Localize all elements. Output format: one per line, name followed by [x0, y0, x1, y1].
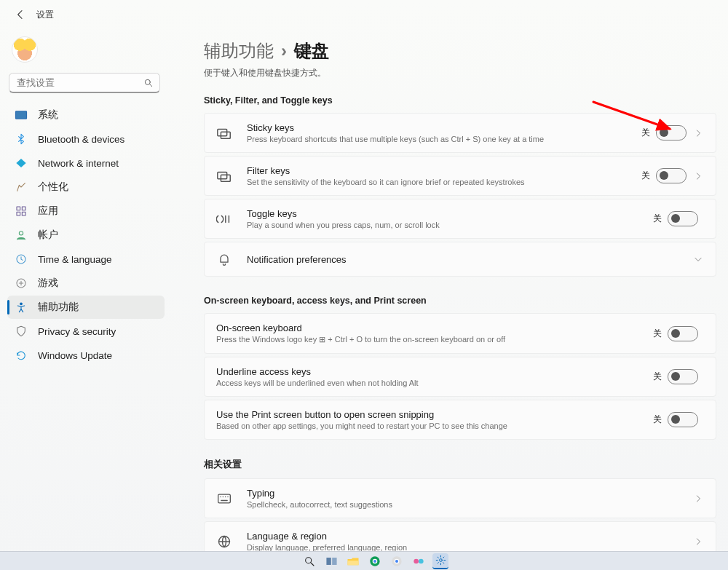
sidebar-item-apps[interactable]: 应用 — [7, 199, 165, 223]
privacy-icon — [15, 325, 28, 338]
card-typing[interactable]: Typing Spellcheck, autocorrect, text sug… — [204, 478, 716, 518]
sidebar-item-bluetooth[interactable]: Bluetooth & devices — [7, 127, 165, 151]
sidebar-item-network[interactable]: Network & internet — [7, 151, 165, 175]
svg-point-34 — [439, 559, 442, 562]
sticky-icon — [216, 125, 232, 141]
apps-icon — [15, 205, 28, 218]
svg-rect-12 — [218, 172, 227, 178]
svg-rect-5 — [22, 212, 25, 215]
svg-rect-10 — [218, 129, 227, 135]
taskbar-explorer[interactable] — [345, 554, 361, 569]
globe-icon — [216, 534, 232, 550]
section-header-related: 相关设置 — [204, 459, 716, 471]
svg-rect-13 — [221, 175, 230, 181]
section-header-onscreen: On-screen keyboard, access keys, and Pri… — [204, 296, 716, 306]
card-underline-access-keys[interactable]: Underline access keys Access keys will b… — [204, 357, 716, 397]
system-icon — [15, 108, 28, 122]
filter-icon — [216, 168, 232, 184]
section-header-keys: Sticky, Filter, and Toggle keys — [204, 95, 716, 106]
taskbar-taskview[interactable] — [323, 554, 339, 569]
svg-rect-25 — [348, 561, 359, 565]
card-print-screen[interactable]: Use the Print screen button to open scre… — [204, 400, 716, 440]
chevron-right-icon — [692, 172, 704, 181]
togglekeys-toggle[interactable] — [668, 211, 698, 226]
card-toggle-keys[interactable]: Toggle keys Play a sound when you press … — [204, 199, 716, 239]
update-icon — [15, 349, 28, 362]
network-icon — [15, 157, 28, 170]
svg-rect-14 — [218, 494, 231, 503]
svg-rect-20 — [282, 561, 287, 566]
svg-point-6 — [19, 231, 23, 235]
svg-point-33 — [419, 558, 424, 563]
avatar[interactable] — [12, 36, 38, 63]
breadcrumb-parent[interactable]: 辅助功能 — [204, 39, 274, 63]
card-notification-prefs[interactable]: Notification preferences — [204, 242, 716, 277]
printscr-toggle[interactable] — [668, 412, 698, 427]
taskbar-app1[interactable] — [411, 554, 427, 569]
card-onscreen-keyboard[interactable]: On-screen keyboard Press the Windows log… — [204, 313, 716, 354]
svg-point-31 — [395, 560, 398, 563]
card-language-region[interactable]: Language & region Display language, pref… — [204, 521, 716, 552]
bluetooth-icon — [15, 132, 28, 146]
svg-rect-19 — [288, 555, 293, 560]
svg-point-32 — [414, 558, 419, 563]
personalize-icon — [15, 181, 28, 194]
svg-rect-23 — [326, 558, 331, 565]
accessibility-icon — [15, 301, 28, 314]
breadcrumb: 辅助功能 › 键盘 — [204, 39, 716, 63]
svg-point-28 — [373, 560, 376, 563]
toggle-icon — [216, 211, 232, 227]
breadcrumb-current: 键盘 — [294, 39, 329, 63]
chevron-down-icon — [692, 255, 704, 264]
time-icon — [15, 253, 28, 266]
sidebar-item-account[interactable]: 帐户 — [7, 223, 165, 247]
taskbar-search[interactable] — [301, 554, 317, 569]
underline-toggle[interactable] — [668, 369, 698, 384]
svg-rect-24 — [332, 558, 336, 565]
sidebar-item-time[interactable]: Time & language — [7, 248, 165, 271]
card-filter-keys[interactable]: Filter keys Set the sensitivity of the k… — [204, 156, 716, 196]
svg-rect-3 — [22, 207, 25, 210]
svg-rect-1 — [16, 111, 27, 119]
sidebar-item-gaming[interactable]: 游戏 — [7, 272, 165, 295]
start-button[interactable] — [280, 554, 296, 569]
chevron-right-icon — [692, 537, 704, 546]
search-icon — [143, 78, 154, 88]
back-button[interactable] — [9, 3, 32, 26]
card-sticky-keys[interactable]: Sticky keys Press keyboard shortcuts tha… — [204, 113, 716, 153]
sidebar-item-update[interactable]: Windows Update — [7, 344, 165, 367]
taskbar-browser2[interactable] — [389, 554, 405, 569]
window-title: 设置 — [36, 9, 54, 21]
sidebar-item-personalize[interactable]: 个性化 — [7, 175, 165, 199]
onscreen-toggle[interactable] — [668, 326, 698, 341]
sidebar-item-privacy[interactable]: Privacy & security — [7, 320, 165, 343]
sidebar-item-system[interactable]: 系统 — [7, 103, 165, 127]
svg-rect-2 — [17, 207, 20, 210]
chevron-right-icon: › — [281, 41, 287, 61]
taskbar — [0, 551, 728, 570]
taskbar-settings[interactable] — [432, 553, 448, 569]
svg-rect-18 — [282, 555, 287, 560]
search-field[interactable] — [15, 76, 143, 89]
gaming-icon — [15, 277, 28, 290]
account-icon — [15, 229, 28, 242]
sidebar-item-accessibility[interactable]: 辅助功能 — [7, 296, 165, 319]
svg-rect-11 — [221, 132, 230, 138]
svg-rect-4 — [17, 212, 20, 215]
search-input[interactable] — [9, 73, 160, 93]
typing-icon — [216, 491, 232, 507]
page-subtitle: 便于键入和使用键盘快捷方式。 — [204, 67, 716, 79]
sticky-toggle[interactable] — [656, 125, 687, 140]
svg-rect-21 — [288, 561, 293, 566]
filter-toggle[interactable] — [656, 168, 687, 183]
chevron-right-icon — [692, 494, 704, 503]
svg-point-0 — [145, 79, 150, 84]
taskbar-browser1[interactable] — [367, 554, 383, 569]
chevron-right-icon — [692, 129, 704, 138]
bell-icon — [216, 251, 232, 267]
svg-point-22 — [306, 557, 312, 563]
svg-point-9 — [20, 303, 23, 305]
